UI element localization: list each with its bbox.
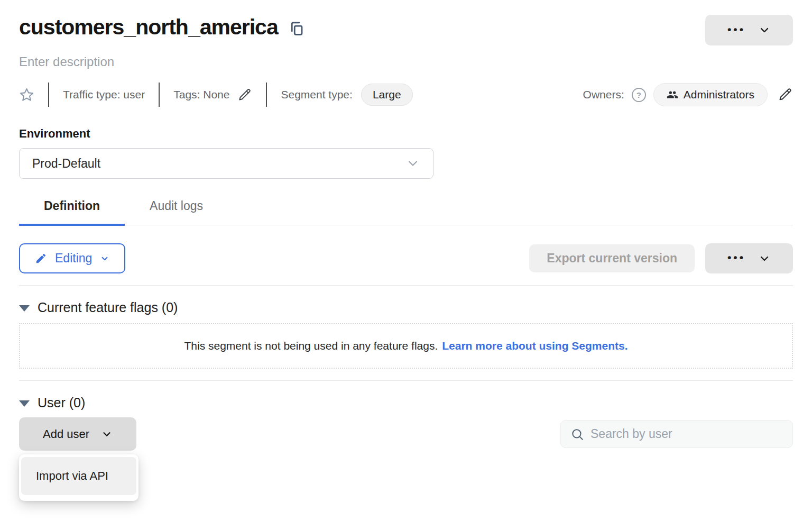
feature-flags-empty-text: This segment is not being used in any fe… [184,340,438,352]
owners-help-icon[interactable]: ? [632,88,646,102]
menu-item-import-via-api[interactable]: Import via API [21,457,136,495]
ellipsis-icon: ••• [727,24,745,35]
toolbar-right-group: Export current version ••• [529,243,793,273]
chevron-down-icon [758,24,771,36]
owners-value: Administrators [684,88,754,101]
chevron-down-icon [758,252,771,265]
description-placeholder[interactable]: Enter description [19,54,793,69]
owners-group: Owners: ? Administrators [583,83,793,106]
chevron-down-icon [405,156,420,171]
owners-chip[interactable]: Administrators [653,83,768,106]
favorite-star-icon[interactable] [19,87,34,103]
export-current-version-button[interactable]: Export current version [529,244,695,272]
search-icon [570,427,584,441]
user-search-box[interactable] [560,420,793,448]
editing-mode-button[interactable]: Editing [19,243,125,273]
environment-label: Environment [19,127,793,141]
tab-audit-logs[interactable]: Audit logs [125,199,228,225]
page-title: customers_north_america [19,15,278,40]
meta-divider [159,83,160,107]
segment-type-badge: Large [361,84,413,106]
owners-label: Owners: [583,88,624,101]
add-user-button[interactable]: Add user [19,417,136,451]
feature-flags-heading: Current feature flags (0) [38,300,178,315]
add-user-dropdown-menu: Import via API [19,454,139,501]
section-divider [19,380,793,381]
edit-owners-pencil-icon[interactable] [778,87,793,102]
definition-toolbar: Editing Export current version ••• [19,243,793,273]
chevron-down-icon [100,254,109,263]
user-controls-row: Add user Import via API [19,417,793,451]
user-search-input[interactable] [590,427,783,441]
user-section-toggle[interactable]: User (0) [19,395,793,410]
header-more-actions-button[interactable]: ••• [705,15,793,45]
chevron-down-icon [101,428,113,440]
user-heading: User (0) [38,395,85,410]
tab-bar: Definition Audit logs [19,199,793,225]
tags-item: Tags: None [173,88,252,102]
caret-down-icon [19,400,30,407]
people-icon [667,89,678,100]
add-user-label: Add user [43,427,89,441]
environment-section: Environment Prod-Default [19,127,793,179]
feature-flags-empty-state: This segment is not being used in any fe… [19,323,793,369]
meta-divider [48,83,49,107]
page-header: customers_north_america ••• [19,0,793,45]
ellipsis-icon: ••• [727,252,745,263]
environment-selected-value: Prod-Default [32,157,100,171]
feature-flags-section-toggle[interactable]: Current feature flags (0) [19,300,793,315]
meta-row: Traffic type: user Tags: None Segment ty… [19,83,793,107]
toolbar-more-actions-button[interactable]: ••• [705,243,793,273]
edit-tags-pencil-icon[interactable] [238,88,252,102]
learn-more-link[interactable]: Learn more about using Segments. [442,340,628,352]
traffic-type-label: Traffic type: user [63,88,145,101]
segment-type-label: Segment type: [281,88,352,101]
tags-label: Tags: None [173,88,229,101]
copy-icon[interactable] [289,20,304,38]
pencil-icon [35,252,47,264]
title-group: customers_north_america [19,15,304,40]
segment-detail-page: customers_north_america ••• Enter descri… [0,0,812,451]
segment-type-item: Segment type: Large [281,84,412,106]
meta-divider [266,83,267,107]
environment-select[interactable]: Prod-Default [19,148,433,179]
add-user-wrapper: Add user Import via API [19,417,136,451]
caret-down-icon [19,305,30,312]
editing-label: Editing [55,251,92,266]
tab-definition[interactable]: Definition [19,199,125,226]
section-divider [19,285,793,286]
